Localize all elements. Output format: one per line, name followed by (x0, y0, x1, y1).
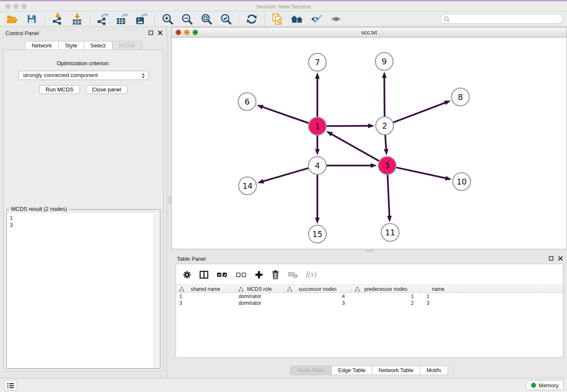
cell-successor-nodes[interactable]: 4 (284, 293, 352, 299)
cell-name[interactable]: 3 (421, 300, 456, 306)
mcds-panel: Optimization criterion: strongly connect… (3, 50, 163, 371)
graph-edge-arrowhead (315, 218, 320, 224)
open-session-button[interactable] (4, 12, 20, 26)
mcds-result-item: 3 (7, 221, 160, 229)
apply-function-button[interactable]: f(x) (306, 270, 317, 279)
delete-table-button[interactable] (288, 271, 298, 279)
graph-edge[interactable] (388, 175, 389, 217)
deselect-all-button[interactable] (236, 271, 247, 278)
column-header-shared-name[interactable]: shared name (176, 285, 235, 293)
graph-edge-arrowhead (257, 105, 264, 109)
network-close-button[interactable] (176, 30, 181, 35)
zoom-fit-icon (201, 13, 212, 25)
export-image-button[interactable] (134, 12, 150, 26)
column-header-mcds-role[interactable]: MCDS role (235, 285, 284, 293)
table-panel-close-button[interactable] (558, 256, 563, 261)
criterion-select[interactable]: strongly connected component (18, 71, 149, 80)
memory-button[interactable]: Memory (526, 380, 564, 390)
tab-edge-table[interactable]: Edge Table (332, 366, 372, 375)
cell-shared-name[interactable]: 3 (176, 300, 235, 306)
graph-node-label: 6 (245, 97, 250, 106)
mcds-result-list[interactable]: 1 3 (7, 213, 160, 368)
splitter-handle[interactable] (168, 196, 171, 204)
control-panel-close-button[interactable] (158, 30, 162, 35)
network-maximize-button[interactable] (193, 30, 198, 35)
table-panel: Table Panel (171, 253, 567, 378)
table-panel-float-button[interactable] (549, 256, 553, 261)
task-history-button[interactable] (4, 380, 17, 391)
cell-mcds-role[interactable]: dominator (235, 300, 284, 306)
network-graph[interactable]: 7968124314101511 (172, 38, 567, 249)
graph-edge[interactable] (385, 135, 386, 150)
refresh-layout-button[interactable] (244, 12, 260, 26)
run-mcds-button[interactable]: Run MCDS (39, 85, 80, 94)
graph-node-label: 9 (382, 57, 387, 66)
select-stepper-icon (141, 73, 145, 79)
splitter-handle[interactable] (366, 250, 373, 252)
zoom-in-button[interactable] (160, 12, 176, 26)
vertical-splitter[interactable] (168, 27, 171, 378)
tab-style[interactable]: Style (59, 41, 84, 50)
graph-node-label: 7 (315, 58, 320, 67)
zoom-selected-button[interactable] (218, 12, 234, 26)
cell-successor-nodes[interactable]: 3 (284, 300, 352, 306)
export-table-icon (116, 13, 129, 25)
tab-network-table[interactable]: Network Table (372, 366, 420, 375)
network-canvas[interactable]: 7968124314101511 (172, 38, 567, 249)
network-minimize-button[interactable] (184, 30, 190, 35)
tab-select[interactable]: Select (84, 41, 113, 50)
select-all-button[interactable] (217, 271, 228, 278)
import-table-button[interactable] (69, 12, 85, 26)
cell-predecessor-nodes[interactable]: 2 (352, 300, 421, 306)
import-network-button[interactable] (50, 12, 66, 26)
export-table-button[interactable] (114, 12, 130, 26)
search-icon (444, 16, 450, 22)
table-row[interactable]: 3 dominator 3 2 3 (176, 300, 563, 306)
delete-column-button[interactable] (271, 270, 280, 279)
zoom-fit-button[interactable] (198, 12, 215, 26)
tab-node-table[interactable]: Node Table (290, 366, 332, 375)
graph-edge[interactable] (384, 77, 385, 116)
export-image-icon (135, 13, 148, 25)
close-icon (558, 256, 563, 261)
table-panel-tabs: Node Table Edge Table Network Table Moti… (171, 366, 567, 375)
column-panel-button[interactable] (199, 271, 209, 279)
add-column-button[interactable] (255, 271, 263, 279)
cell-name[interactable]: 1 (421, 293, 456, 299)
home-button[interactable] (289, 12, 305, 26)
graph-edge[interactable] (331, 134, 379, 161)
horizontal-splitter[interactable] (171, 249, 567, 253)
graph-edge[interactable] (327, 126, 369, 126)
document-network-icon (272, 13, 283, 25)
tab-network[interactable]: Network (25, 41, 59, 50)
graph-edge-arrowhead (257, 179, 264, 184)
column-header-name[interactable]: name (421, 285, 456, 293)
result-scrollbar[interactable] (154, 213, 160, 368)
graph-edge[interactable] (263, 168, 308, 182)
graph-edge[interactable] (394, 102, 446, 122)
network-from-document-button[interactable] (270, 12, 286, 26)
tab-mcds[interactable]: MCDS (113, 41, 142, 50)
cell-shared-name[interactable]: 1 (176, 293, 235, 299)
tab-motifs[interactable]: Motifs (420, 366, 448, 375)
graph-edge[interactable] (396, 168, 446, 179)
import-table-icon (71, 13, 83, 25)
toolbar-separator (239, 13, 239, 25)
graph-node-label: 3 (385, 161, 390, 170)
hide-panels-button[interactable] (308, 12, 325, 26)
export-network-button[interactable] (95, 12, 111, 26)
show-panels-button[interactable] (328, 12, 344, 26)
column-header-successor-nodes[interactable]: successor nodes (284, 285, 352, 293)
save-session-button[interactable] (24, 12, 40, 26)
graph-edge[interactable] (262, 107, 308, 123)
column-header-predecessor-nodes[interactable]: predecessor nodes (352, 285, 421, 293)
close-panel-button[interactable]: Close panel (86, 85, 128, 94)
zoom-out-button[interactable] (179, 12, 195, 26)
table-settings-button[interactable] (183, 271, 191, 279)
cell-mcds-role[interactable]: dominator (235, 293, 284, 299)
cell-predecessor-nodes[interactable]: 1 (352, 293, 421, 299)
toolbar-separator (44, 13, 45, 25)
search-input[interactable] (440, 14, 563, 24)
control-panel-float-button[interactable] (149, 30, 153, 35)
table-row[interactable]: 1 dominator 4 1 1 (176, 293, 563, 300)
